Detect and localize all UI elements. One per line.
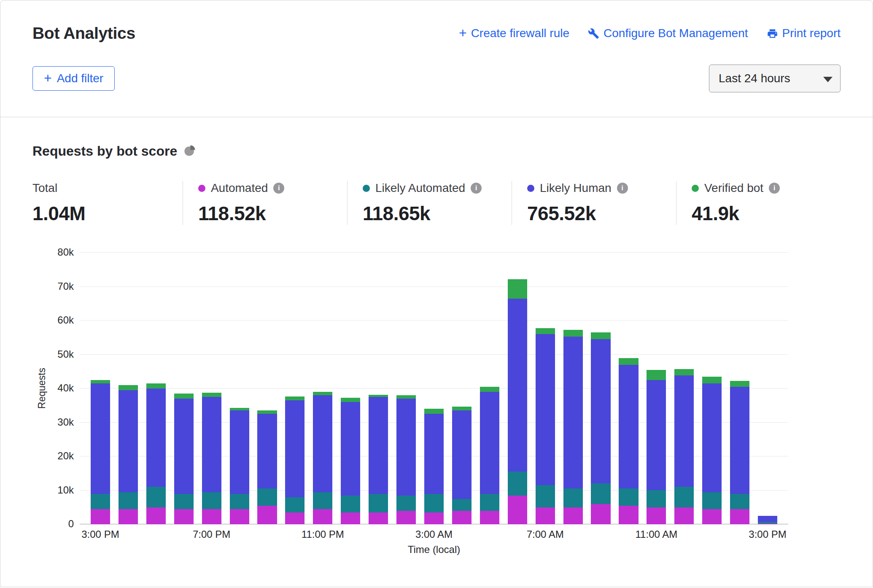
bar-segment-verified-bot — [508, 279, 527, 299]
stacked-bar[interactable] — [619, 358, 638, 524]
stacked-bar[interactable] — [202, 393, 221, 524]
bar-segment-automated — [480, 511, 499, 524]
stacked-bar[interactable] — [230, 408, 249, 524]
bar-segment-automated — [702, 509, 722, 524]
stacked-bar[interactable] — [369, 395, 388, 524]
bar-segment-verified-bot — [174, 394, 194, 399]
stat-total-value: 1.04M — [32, 202, 183, 225]
add-filter-label: Add filter — [57, 72, 104, 85]
stat-likely-automated-label: Likely Automated — [375, 181, 465, 195]
stacked-bar[interactable] — [508, 279, 527, 524]
stacked-bar[interactable] — [591, 332, 610, 524]
info-icon[interactable]: i — [769, 183, 780, 194]
bar-segment-verified-bot — [536, 328, 555, 334]
stacked-bar[interactable] — [702, 377, 722, 524]
bar-slot — [587, 332, 615, 524]
bar-segment-likely-automated — [341, 496, 360, 512]
stacked-bar[interactable] — [730, 381, 749, 524]
bar-segment-automated — [285, 512, 304, 524]
stacked-bar[interactable] — [174, 394, 194, 524]
bar-segment-verified-bot — [341, 398, 360, 402]
x-axis-label: Time (local) — [80, 544, 788, 556]
stacked-bar[interactable] — [480, 387, 499, 524]
x-tick-label: 11:00 AM — [636, 529, 678, 540]
header: Bot Analytics + Create firewall rule Con… — [0, 0, 873, 117]
y-tick-label: 40k — [57, 382, 74, 394]
bar-segment-likely-human — [563, 337, 583, 489]
stacked-bar[interactable] — [119, 385, 138, 524]
bar-segment-automated — [647, 507, 666, 524]
bar-segment-likely-automated — [452, 499, 472, 511]
bar-segment-verified-bot — [91, 380, 110, 383]
info-icon[interactable]: i — [471, 183, 482, 194]
bar-slot — [253, 410, 281, 524]
stacked-bar[interactable] — [536, 328, 555, 524]
stats-row: Total 1.04M Automated i 118.52k Likely A… — [32, 181, 841, 225]
stat-verified-bot: Verified bot i 41.9k — [676, 181, 841, 225]
stacked-bar[interactable] — [341, 398, 360, 524]
stacked-bar[interactable] — [563, 330, 583, 524]
bar-segment-automated — [313, 509, 332, 524]
filter-row: + Add filter Last 24 hours — [32, 65, 841, 92]
bar-segment-likely-automated — [313, 492, 332, 509]
stacked-bar[interactable] — [257, 410, 277, 524]
stacked-bar[interactable] — [146, 383, 166, 524]
stacked-bar[interactable] — [91, 380, 110, 524]
bar-segment-likely-human — [174, 399, 194, 494]
bar-segment-automated — [508, 496, 527, 524]
bar-segment-automated — [674, 507, 694, 524]
time-range-select[interactable]: Last 24 hours — [709, 65, 841, 92]
bar-segment-automated — [146, 507, 166, 524]
stacked-bar[interactable] — [396, 395, 416, 524]
bar-segment-likely-human — [508, 299, 527, 472]
info-icon[interactable]: i — [273, 183, 284, 194]
bar-segment-likely-automated — [591, 483, 610, 504]
printer-icon — [767, 28, 778, 39]
bar-segment-verified-bot — [257, 410, 277, 414]
bar-slot — [726, 381, 754, 524]
bar-segment-likely-automated — [285, 497, 304, 512]
bar-segment-verified-bot — [647, 370, 666, 380]
bar-segment-likely-human — [480, 392, 499, 494]
bar-slot — [448, 407, 476, 524]
bar-segment-automated — [119, 509, 138, 524]
bar-segment-likely-human — [230, 410, 249, 494]
stacked-bar[interactable] — [758, 516, 777, 524]
bar-segment-likely-human — [730, 387, 749, 494]
header-actions: + Create firewall rule Configure Bot Man… — [459, 24, 841, 40]
stacked-bar[interactable] — [285, 396, 304, 524]
bar-segment-likely-human — [91, 383, 110, 494]
bars — [80, 253, 788, 524]
likely-automated-legend-dot — [363, 185, 370, 192]
bar-segment-likely-human — [702, 383, 722, 492]
configure-bot-management-label: Configure Bot Management — [604, 27, 748, 40]
print-report-link[interactable]: Print report — [767, 27, 841, 40]
add-filter-button[interactable]: + Add filter — [32, 66, 115, 91]
bar-slot — [281, 396, 309, 524]
create-firewall-rule-link[interactable]: + Create firewall rule — [459, 27, 569, 40]
bar-segment-automated — [230, 509, 249, 524]
header-row: Bot Analytics + Create firewall rule Con… — [32, 24, 841, 43]
bar-segment-likely-human — [119, 390, 138, 492]
stacked-bar[interactable] — [313, 392, 332, 524]
bar-segment-likely-human — [647, 380, 666, 491]
stacked-bar[interactable] — [674, 369, 694, 524]
bar-segment-likely-human — [674, 375, 694, 487]
page-title: Bot Analytics — [32, 24, 135, 43]
bar-segment-verified-bot — [146, 383, 166, 388]
bar-slot — [114, 385, 142, 524]
stacked-bar[interactable] — [452, 407, 472, 524]
bar-slot — [504, 279, 531, 524]
y-tick-label: 70k — [57, 281, 74, 292]
configure-bot-management-link[interactable]: Configure Bot Management — [588, 27, 748, 40]
chevron-down-icon — [823, 77, 833, 82]
bar-slot — [531, 328, 559, 524]
bar-segment-likely-human — [758, 516, 777, 522]
stacked-bar[interactable] — [647, 370, 666, 524]
bar-segment-likely-automated — [619, 488, 638, 505]
bar-segment-verified-bot — [674, 369, 694, 375]
info-icon[interactable]: i — [617, 183, 628, 194]
bar-segment-likely-automated — [146, 487, 166, 507]
x-tick-label: 3:00 AM — [415, 529, 453, 540]
stacked-bar[interactable] — [424, 409, 444, 524]
